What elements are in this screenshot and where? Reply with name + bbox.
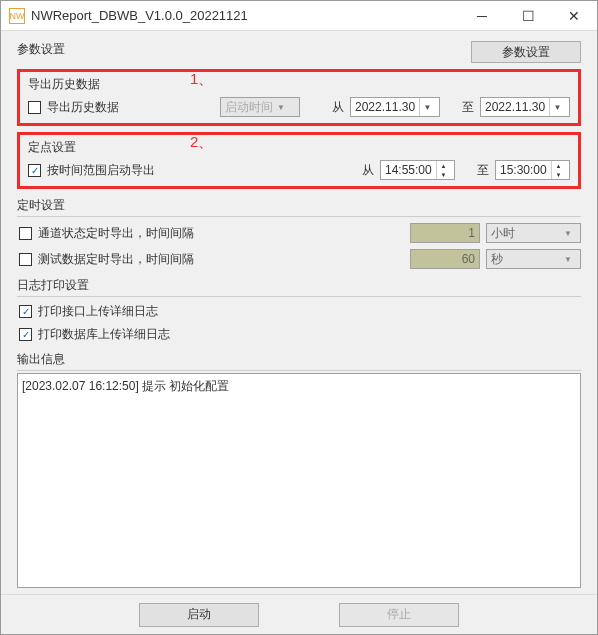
log-section: 日志打印设置 ✓ 打印接口上传详细日志 ✓ 打印数据库上传详细日志 (17, 277, 581, 343)
time-range-checkbox[interactable]: ✓ (28, 164, 41, 177)
db-log-label: 打印数据库上传详细日志 (38, 326, 170, 343)
time-spinner[interactable]: ▲ ▼ (436, 161, 450, 179)
spin-down-icon[interactable]: ▼ (552, 170, 565, 179)
export-history-row: 导出历史数据 启动时间 ▼ 从 2022.11.30 ▼ 至 2022.11.3… (28, 97, 570, 117)
channel-timer-row: 通道状态定时导出，时间间隔 1 小时 ▼ (19, 223, 581, 243)
window-title: NWReport_DBWB_V1.0.0_20221121 (31, 8, 459, 23)
output-section: 输出信息 [2023.02.07 16:12:50] 提示 初始化配置 (17, 351, 581, 588)
maximize-button[interactable]: ☐ (505, 1, 551, 31)
to-time-label: 至 (477, 162, 489, 179)
from-date-input[interactable]: 2022.11.30 ▼ (350, 97, 440, 117)
test-unit-value: 秒 (491, 251, 503, 268)
app-icon: NW (9, 8, 25, 24)
start-time-combo[interactable]: 启动时间 ▼ (220, 97, 300, 117)
fixed-point-group: 2、 定点设置 ✓ 按时间范围启动导出 从 14:55:00 ▲ ▼ 至 15:… (17, 132, 581, 189)
channel-unit-value: 小时 (491, 225, 515, 242)
from-time-value: 14:55:00 (385, 163, 432, 177)
timer-title: 定时设置 (17, 197, 581, 217)
test-unit-combo[interactable]: 秒 ▼ (486, 249, 581, 269)
spin-up-icon[interactable]: ▲ (552, 161, 565, 170)
stop-button: 停止 (339, 603, 459, 627)
to-date-value: 2022.11.30 (485, 100, 545, 114)
fixed-point-title: 定点设置 (28, 139, 570, 156)
to-time-value: 15:30:00 (500, 163, 547, 177)
spin-up-icon[interactable]: ▲ (437, 161, 450, 170)
from-time-input[interactable]: 14:55:00 ▲ ▼ (380, 160, 455, 180)
chevron-down-icon: ▼ (560, 250, 576, 268)
test-timer-label: 测试数据定时导出，时间间隔 (38, 251, 194, 268)
to-time-input[interactable]: 15:30:00 ▲ ▼ (495, 160, 570, 180)
content-area: 参数设置 参数设置 1、 导出历史数据 导出历史数据 启动时间 ▼ 从 2022… (1, 31, 597, 594)
db-log-checkbox[interactable]: ✓ (19, 328, 32, 341)
chevron-down-icon: ▼ (560, 224, 576, 242)
channel-timer-checkbox[interactable] (19, 227, 32, 240)
time-spinner[interactable]: ▲ ▼ (551, 161, 565, 179)
db-log-row: ✓ 打印数据库上传详细日志 (19, 326, 581, 343)
test-timer-row: 测试数据定时导出，时间间隔 60 秒 ▼ (19, 249, 581, 269)
test-timer-checkbox[interactable] (19, 253, 32, 266)
export-history-checkbox[interactable] (28, 101, 41, 114)
export-history-checkbox-label: 导出历史数据 (47, 99, 119, 116)
annotation-1: 1、 (190, 70, 213, 89)
api-log-row: ✓ 打印接口上传详细日志 (19, 303, 581, 320)
window-controls: ─ ☐ ✕ (459, 1, 597, 31)
annotation-2: 2、 (190, 133, 213, 152)
channel-interval-input[interactable]: 1 (410, 223, 480, 243)
export-history-group: 1、 导出历史数据 导出历史数据 启动时间 ▼ 从 2022.11.30 ▼ 至… (17, 69, 581, 126)
log-title: 日志打印设置 (17, 277, 581, 297)
channel-timer-label: 通道状态定时导出，时间间隔 (38, 225, 194, 242)
fixed-point-row: ✓ 按时间范围启动导出 从 14:55:00 ▲ ▼ 至 15:30:00 ▲ … (28, 160, 570, 180)
close-button[interactable]: ✕ (551, 1, 597, 31)
from-label: 从 (332, 99, 344, 116)
export-history-title: 导出历史数据 (28, 76, 570, 93)
start-time-combo-value: 启动时间 (225, 99, 273, 116)
chevron-down-icon: ▼ (549, 98, 565, 116)
from-time-label: 从 (362, 162, 374, 179)
param-header: 参数设置 参数设置 (17, 41, 581, 63)
param-label: 参数设置 (17, 41, 65, 58)
channel-unit-combo[interactable]: 小时 ▼ (486, 223, 581, 243)
titlebar: NW NWReport_DBWB_V1.0.0_20221121 ─ ☐ ✕ (1, 1, 597, 31)
chevron-down-icon: ▼ (273, 98, 289, 116)
timer-section: 定时设置 通道状态定时导出，时间间隔 1 小时 ▼ 测试数据定时导出，时间间隔 … (17, 197, 581, 269)
to-date-input[interactable]: 2022.11.30 ▼ (480, 97, 570, 117)
output-textbox[interactable]: [2023.02.07 16:12:50] 提示 初始化配置 (17, 373, 581, 588)
time-range-checkbox-label: 按时间范围启动导出 (47, 162, 155, 179)
api-log-checkbox[interactable]: ✓ (19, 305, 32, 318)
footer: 启动 停止 (1, 594, 597, 634)
to-label: 至 (462, 99, 474, 116)
start-button[interactable]: 启动 (139, 603, 259, 627)
chevron-down-icon: ▼ (419, 98, 435, 116)
api-log-label: 打印接口上传详细日志 (38, 303, 158, 320)
minimize-button[interactable]: ─ (459, 1, 505, 31)
param-settings-button[interactable]: 参数设置 (471, 41, 581, 63)
from-date-value: 2022.11.30 (355, 100, 415, 114)
spin-down-icon[interactable]: ▼ (437, 170, 450, 179)
output-title: 输出信息 (17, 351, 581, 371)
test-interval-input[interactable]: 60 (410, 249, 480, 269)
